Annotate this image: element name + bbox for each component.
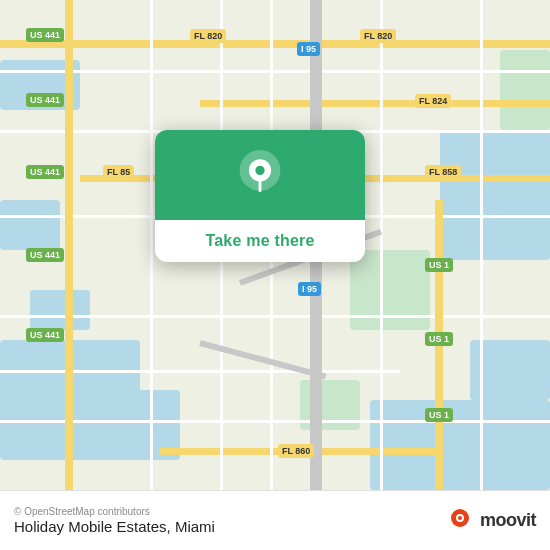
map-container: US 441 US 441 US 441 US 441 US 441 FL 82… — [0, 0, 550, 490]
label-fl858: FL 858 — [425, 165, 461, 179]
minor-road-h5 — [0, 370, 400, 373]
minor-road-h1 — [0, 70, 550, 73]
road-us441 — [65, 0, 73, 490]
label-i95-2: I 95 — [298, 282, 321, 296]
take-me-there-button[interactable]: Take me there — [205, 232, 314, 250]
location-pin-icon — [238, 153, 282, 197]
moovit-logo: moovit — [444, 505, 536, 537]
popup-card-bottom: Take me there — [155, 220, 365, 262]
label-us441-4: US 441 — [26, 248, 64, 262]
popup-card: Take me there — [155, 130, 365, 262]
location-name: Holiday Mobile Estates, Miami — [14, 518, 215, 535]
label-us1-2: US 1 — [425, 332, 453, 346]
label-us441-5: US 441 — [26, 328, 64, 342]
label-us441-3: US 441 — [26, 165, 64, 179]
svg-point-5 — [458, 516, 462, 520]
minor-road-h4 — [0, 315, 550, 318]
label-us441-2: US 441 — [26, 93, 64, 107]
label-i95-1: I 95 — [297, 42, 320, 56]
minor-road-v4 — [380, 0, 383, 490]
water-body-6 — [370, 400, 550, 490]
bottom-bar: © OpenStreetMap contributors Holiday Mob… — [0, 490, 550, 550]
road-fl824 — [200, 100, 550, 107]
water-body-7 — [440, 130, 550, 260]
copyright-text: © OpenStreetMap contributors — [14, 506, 215, 517]
bottom-left-info: © OpenStreetMap contributors Holiday Mob… — [14, 506, 215, 535]
park-area-3 — [500, 50, 550, 130]
moovit-text: moovit — [480, 510, 536, 531]
popup-card-top — [155, 130, 365, 220]
water-body-5 — [0, 200, 60, 250]
label-us441-1: US 441 — [26, 28, 64, 42]
minor-road-v1 — [150, 0, 153, 490]
road-fl820 — [0, 40, 550, 48]
label-fl820-2: FL 820 — [360, 29, 396, 43]
park-area-1 — [350, 250, 430, 330]
label-fl860: FL 860 — [278, 444, 314, 458]
water-body-3 — [30, 290, 90, 330]
label-fl824: FL 824 — [415, 94, 451, 108]
minor-road-v5 — [480, 0, 483, 490]
svg-point-2 — [255, 166, 264, 175]
label-us1-1: US 1 — [425, 258, 453, 272]
label-fl820-1: FL 820 — [190, 29, 226, 43]
minor-road-h6 — [0, 420, 550, 423]
label-fl85: FL 85 — [103, 165, 134, 179]
label-us1-3: US 1 — [425, 408, 453, 422]
moovit-icon — [444, 505, 476, 537]
